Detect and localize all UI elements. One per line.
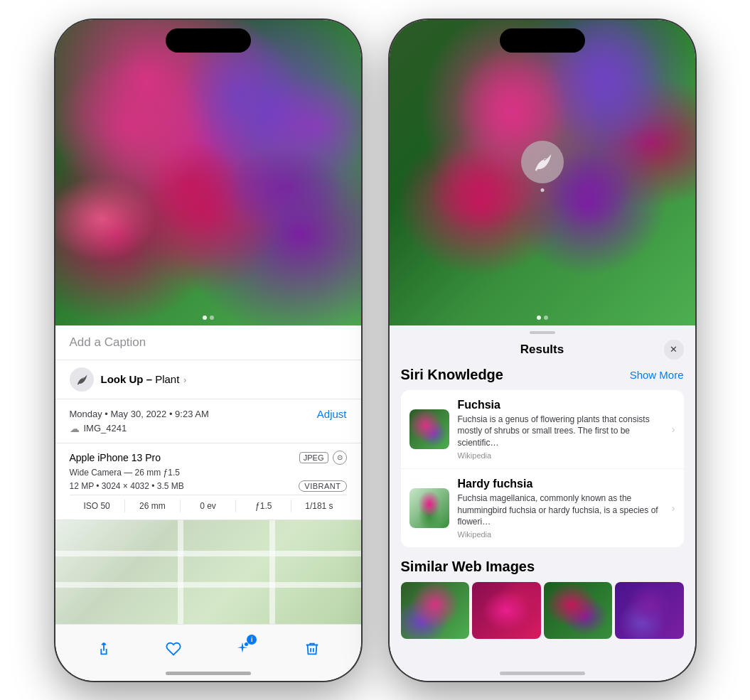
caption-placeholder[interactable]: Add a Caption [70, 335, 146, 349]
right-screen: Results ✕ Siri Knowledge Show More Fuc [390, 20, 695, 681]
meta-filename-row: ☁ IMG_4241 [70, 423, 347, 434]
visual-intelligence-button[interactable] [521, 141, 564, 183]
exif-shutter: 1/181 s [291, 500, 346, 512]
leaf-icon [75, 373, 88, 386]
siri-knowledge-header: Siri Knowledge Show More [401, 367, 684, 383]
home-indicator [166, 672, 251, 675]
results-header: Results ✕ [390, 337, 695, 367]
map-road-v2 [269, 520, 275, 624]
right-phone: Results ✕ Siri Knowledge Show More Fuc [390, 20, 695, 681]
info-panel: Add a Caption Look Up – Plant › Monday •… [55, 325, 361, 624]
map-road-h1 [55, 551, 361, 556]
hardy-chevron: › [672, 502, 675, 514]
heart-icon [166, 641, 181, 657]
caption-area[interactable]: Add a Caption [55, 325, 361, 360]
favorite-button[interactable] [158, 633, 189, 664]
sheet-handle-area [390, 325, 695, 337]
fuchsia-name: Fuchsia [458, 399, 663, 411]
dot-r2 [544, 316, 548, 320]
lookup-row[interactable]: Look Up – Plant › [55, 360, 361, 399]
lookup-plant: Plant [152, 373, 179, 385]
close-button[interactable]: ✕ [664, 340, 684, 360]
flower-photo-left[interactable] [55, 20, 361, 325]
lookup-bold: Look Up – [101, 373, 153, 385]
filename: IMG_4241 [84, 423, 127, 434]
similar-img-3[interactable] [544, 582, 613, 639]
map-preview[interactable] [55, 520, 361, 624]
knowledge-item-fuchsia[interactable]: Fuchsia Fuchsia is a genus of flowering … [401, 390, 684, 469]
left-screen: Add a Caption Look Up – Plant › Monday •… [55, 20, 361, 681]
exif-ev: 0 ev [181, 500, 236, 512]
similar-img-2[interactable] [472, 582, 541, 639]
info-button[interactable]: i [227, 633, 258, 664]
fuchsia-text: Fuchsia Fuchsia is a genus of flowering … [458, 399, 663, 460]
hardy-source: Wikipedia [458, 530, 663, 539]
lookup-icon [70, 367, 94, 392]
metadata-section: Monday • May 30, 2022 • 9:23 AM Adjust ☁… [55, 399, 361, 443]
knowledge-card: Fuchsia Fuchsia is a genus of flowering … [401, 390, 684, 548]
fuchsia-chevron: › [672, 424, 675, 435]
dot-2 [210, 316, 214, 320]
fuchsia-desc: Fuchsia is a genus of flowering plants t… [458, 414, 663, 449]
meta-date: Monday • May 30, 2022 • 9:23 AM [70, 409, 209, 419]
dot-r1 [537, 316, 541, 320]
map-road-v1 [178, 520, 183, 624]
siri-knowledge-title: Siri Knowledge [401, 367, 503, 383]
device-name-row: Apple iPhone 13 Pro JPEG ⊙ [70, 451, 347, 465]
dynamic-island [166, 28, 251, 53]
home-indicator-right [500, 672, 585, 675]
hardy-text: Hardy fuchsia Fuchsia magellanica, commo… [458, 478, 663, 539]
trash-icon [304, 641, 320, 657]
share-button[interactable] [88, 633, 119, 664]
close-icon: ✕ [670, 344, 677, 355]
adjust-button[interactable]: Adjust [317, 408, 347, 420]
exif-aperture: ƒ1.5 [236, 500, 291, 512]
device-section: Apple iPhone 13 Pro JPEG ⊙ Wide Camera —… [55, 443, 361, 520]
lookup-chevron: › [181, 375, 186, 385]
fuchsia-source: Wikipedia [458, 451, 663, 460]
dynamic-island-right [500, 28, 585, 53]
camera-spec: Wide Camera — 26 mm ƒ1.5 [70, 468, 347, 478]
hardy-desc: Fuchsia magellanica, commonly known as t… [458, 492, 663, 528]
results-title: Results [421, 343, 664, 357]
similar-title: Similar Web Images [401, 559, 684, 575]
exif-row: ISO 50 26 mm 0 ev ƒ1.5 1/181 s [70, 495, 347, 512]
visual-dot [540, 188, 544, 192]
knowledge-item-hardy[interactable]: Hardy fuchsia Fuchsia magellanica, commo… [401, 469, 684, 547]
dot-1 [203, 316, 207, 320]
fuchsia-thumbnail [409, 409, 449, 449]
photo-indicators [203, 316, 214, 320]
show-more-button[interactable]: Show More [630, 369, 684, 381]
flower-photo-right[interactable] [390, 20, 695, 325]
camera-options-icon[interactable]: ⊙ [333, 451, 347, 465]
mp-text: 12 MP • 3024 × 4032 • 3.5 MB [70, 481, 184, 491]
map-road-h2 [55, 582, 361, 588]
meta-date-row: Monday • May 30, 2022 • 9:23 AM Adjust [70, 408, 347, 420]
device-name: Apple iPhone 13 Pro [70, 452, 161, 463]
lookup-text: Look Up – Plant › [101, 373, 187, 385]
svg-point-0 [245, 643, 248, 646]
left-phone: Add a Caption Look Up – Plant › Monday •… [55, 20, 361, 681]
hardy-name: Hardy fuchsia [458, 478, 663, 490]
mp-row: 12 MP • 3024 × 4032 • 3.5 MB VIBRANT [70, 480, 347, 492]
exif-iso: ISO 50 [70, 500, 125, 512]
similar-section: Similar Web Images [401, 559, 684, 639]
vibrant-badge: VIBRANT [299, 480, 346, 492]
similar-img-1[interactable] [401, 582, 470, 639]
results-content[interactable]: Siri Knowledge Show More Fuchsia Fuchsia… [390, 367, 695, 681]
hardy-thumbnail [409, 488, 449, 528]
results-sheet: Results ✕ Siri Knowledge Show More Fuc [390, 325, 695, 681]
cloud-icon: ☁ [70, 423, 80, 434]
share-icon [96, 641, 112, 657]
info-badge: i [247, 635, 257, 645]
jpeg-badge: JPEG [299, 452, 328, 463]
photo-indicators-right [537, 316, 548, 320]
exif-focal: 26 mm [125, 500, 181, 512]
similar-images-grid [401, 582, 684, 639]
leaf-visual-icon [532, 151, 553, 173]
similar-img-4[interactable] [615, 582, 684, 639]
format-badges: JPEG ⊙ [299, 451, 347, 465]
sheet-handle [530, 331, 555, 334]
delete-button[interactable] [296, 633, 328, 664]
